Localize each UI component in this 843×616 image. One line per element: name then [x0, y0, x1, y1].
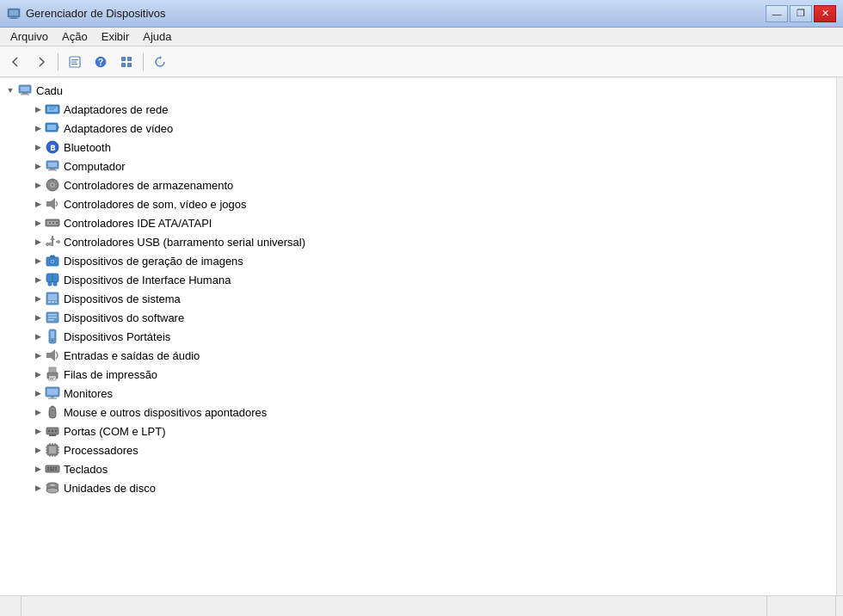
minimize-button[interactable]: —: [766, 5, 788, 22]
app-icon: [7, 7, 21, 21]
close-button[interactable]: ✕: [814, 5, 836, 22]
usb-icon: [45, 234, 60, 249]
expander-processadores[interactable]: ▶: [31, 443, 45, 457]
expander-portas[interactable]: ▶: [31, 424, 45, 438]
svg-rect-10: [121, 57, 126, 61]
svg-rect-35: [46, 201, 51, 206]
expander-impressao[interactable]: ▶: [31, 367, 45, 381]
tree-item-portas[interactable]: ▶ Portas (COM e LPT): [0, 422, 836, 440]
expander-software[interactable]: ▶: [31, 311, 45, 324]
tree-item-som[interactable]: ▶ Controladores de som, vídeo e jogos: [0, 194, 836, 213]
titlebar: Gerenciador de Dispositivos — ❐ ✕: [0, 0, 843, 28]
expander-computador[interactable]: ▶: [31, 159, 45, 173]
svg-rect-75: [47, 389, 58, 395]
tree-item-hid[interactable]: ▶ Dispositivos de Interface Humana: [0, 270, 836, 289]
root-expander[interactable]: ▼: [3, 83, 17, 97]
tree-item-rede[interactable]: ▶ Adaptadores de rede: [0, 100, 836, 119]
status-main: [22, 596, 767, 616]
expander-usb[interactable]: ▶: [31, 235, 45, 249]
svg-marker-36: [51, 198, 55, 210]
svg-point-82: [52, 430, 53, 432]
expander-portateis[interactable]: ▶: [31, 330, 45, 343]
svg-point-81: [48, 430, 50, 432]
svg-point-66: [52, 340, 53, 342]
label-som: Controladores de som, vídeo e jogos: [64, 198, 246, 211]
label-video: Adaptadores de vídeo: [64, 122, 173, 135]
svg-rect-106: [55, 470, 57, 471]
tree-item-usb[interactable]: ▶ Controladores USB (barramento serial u…: [0, 232, 836, 251]
tree-item-mouse[interactable]: ▶ Mouse e outros dispositivos apontadore…: [0, 403, 836, 422]
label-rede: Adaptadores de rede: [64, 103, 168, 116]
tree-item-imagens[interactable]: ▶ Dispositivos de geração de imagens: [0, 251, 836, 270]
svg-rect-52: [48, 282, 52, 286]
svg-text:ʙ: ʙ: [50, 142, 56, 152]
tree-item-computador[interactable]: ▶ Computador: [0, 157, 836, 176]
camera-icon: [45, 253, 60, 268]
tree-root-cadu[interactable]: ▼ Cadu: [0, 81, 836, 100]
svg-rect-65: [51, 331, 54, 338]
menu-arquivo[interactable]: Arquivo: [3, 28, 55, 45]
help-button[interactable]: ?: [89, 51, 113, 73]
expander-video[interactable]: ▶: [31, 121, 45, 135]
expander-disco[interactable]: ▶: [31, 481, 45, 495]
svg-rect-63: [48, 319, 54, 321]
svg-rect-17: [21, 94, 29, 95]
expander-sistema[interactable]: ▶: [31, 292, 45, 305]
tree-item-portateis[interactable]: ▶ Dispositivos Portáteis: [0, 327, 836, 346]
expander-teclados[interactable]: ▶: [31, 462, 45, 476]
svg-rect-40: [52, 222, 54, 224]
expander-mouse[interactable]: ▶: [31, 405, 45, 419]
back-button[interactable]: [3, 51, 28, 73]
forward-button[interactable]: [29, 51, 53, 73]
expander-bluetooth[interactable]: ▶: [31, 140, 45, 154]
tree-item-armazenamento[interactable]: ▶ Controladores de armazenamento: [0, 176, 836, 194]
tree-item-sistema[interactable]: ▶ Dispositivos de sistema: [0, 289, 836, 308]
tree-item-audio[interactable]: ▶ Entradas e saídas de áudio: [0, 346, 836, 365]
label-mouse: Mouse e outros dispositivos apontadores: [64, 406, 267, 419]
properties-button[interactable]: [63, 51, 87, 73]
svg-point-50: [52, 261, 54, 263]
sound-icon: [45, 196, 60, 212]
maximize-button[interactable]: ❐: [790, 5, 812, 22]
right-indicator: [836, 77, 843, 595]
window-title: Gerenciador de Dispositivos: [26, 7, 166, 20]
tree-item-video[interactable]: ▶ Adaptadores de vídeo: [0, 119, 836, 138]
menu-ajuda[interactable]: Ajuda: [136, 28, 178, 45]
expander-hid[interactable]: ▶: [31, 273, 45, 286]
tree-item-impressao[interactable]: ▶ Filas de impressão: [0, 365, 836, 384]
tree-item-disco[interactable]: ▶ Unidades de disco: [0, 478, 836, 497]
tree-item-processadores[interactable]: ▶ Proces: [0, 440, 836, 459]
expander-rede[interactable]: ▶: [31, 102, 45, 116]
tree-item-teclados[interactable]: ▶ Teclados: [0, 459, 836, 478]
tree-item-software[interactable]: ▶ Dispositivos do software: [0, 308, 836, 327]
svg-rect-13: [127, 63, 132, 67]
ports-icon: [45, 423, 60, 439]
toolbar: ?: [0, 46, 843, 77]
tree-view[interactable]: ▼ Cadu ▶: [0, 77, 836, 595]
toolbar-sep1: [58, 53, 58, 71]
menu-acao[interactable]: Ação: [55, 28, 95, 45]
root-label: Cadu: [36, 84, 63, 97]
expander-monitores[interactable]: ▶: [31, 386, 45, 400]
expander-som[interactable]: ▶: [31, 197, 45, 211]
expander-ide[interactable]: ▶: [31, 216, 45, 230]
label-audio: Entradas e saídas de áudio: [64, 349, 200, 362]
system-icon: [45, 291, 60, 306]
menubar: Arquivo Ação Exibir Ajuda: [0, 28, 843, 46]
menu-exibir[interactable]: Exibir: [95, 28, 137, 45]
svg-rect-101: [50, 467, 52, 469]
view-button[interactable]: [114, 51, 138, 73]
refresh-button[interactable]: [148, 51, 172, 73]
label-armazenamento: Controladores de armazenamento: [64, 179, 233, 192]
tree-item-ide[interactable]: ▶ Controladores IDE ATA/ATAPI: [0, 213, 836, 232]
tree-item-bluetooth[interactable]: ▶ ʙ Bluetooth: [0, 138, 836, 157]
expander-audio[interactable]: ▶: [31, 348, 45, 362]
svg-rect-61: [48, 314, 57, 316]
tree-item-monitores[interactable]: ▶ Monitores: [0, 384, 836, 403]
svg-rect-30: [48, 169, 57, 171]
storage-icon: [45, 177, 60, 193]
expander-imagens[interactable]: ▶: [31, 254, 45, 268]
svg-rect-67: [46, 353, 51, 358]
svg-rect-84: [49, 434, 56, 436]
expander-armazenamento[interactable]: ▶: [31, 178, 45, 192]
